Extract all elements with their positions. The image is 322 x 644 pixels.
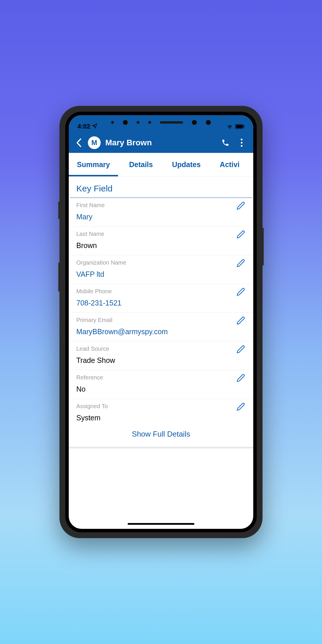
svg-point-3 [241, 139, 243, 140]
back-button[interactable] [75, 137, 83, 149]
field-mobile-phone: Mobile Phone 708-231-1521 [69, 284, 253, 313]
edit-icon[interactable] [236, 374, 246, 383]
field-value[interactable]: MaryBBrown@armyspy.com [76, 328, 246, 336]
tab-details[interactable]: Details [124, 153, 158, 176]
edit-icon[interactable] [236, 402, 246, 412]
tab-bar: Summary Details Updates Activi [69, 153, 253, 177]
phone-notch [65, 120, 257, 125]
edit-icon[interactable] [236, 230, 246, 239]
field-list: First Name Mary Last Name Brown Organiza… [69, 198, 253, 423]
svg-point-4 [241, 142, 243, 144]
field-reference: Reference No [69, 370, 253, 399]
field-last-name: Last Name Brown [69, 227, 253, 255]
field-value: System [76, 414, 246, 422]
edit-icon[interactable] [236, 201, 246, 211]
edit-icon[interactable] [236, 287, 246, 297]
svg-rect-1 [236, 125, 243, 128]
avatar-initial: M [91, 139, 97, 147]
side-button [263, 228, 264, 265]
phone-frame: 4:02 [59, 106, 263, 538]
avatar: M [88, 136, 101, 149]
field-value: Brown [76, 241, 246, 250]
field-value[interactable]: Mary [76, 213, 246, 221]
tab-updates[interactable]: Updates [167, 153, 206, 176]
field-label: Organization Name [76, 259, 246, 266]
call-button[interactable] [220, 137, 231, 149]
svg-point-5 [241, 145, 243, 147]
section-title: Key Field [70, 177, 252, 198]
phone-inner: 4:02 [65, 112, 257, 532]
field-value: Trade Show [76, 356, 246, 365]
tab-activities[interactable]: Activi [215, 153, 245, 176]
field-lead-source: Lead Source Trade Show [69, 341, 253, 370]
screen: 4:02 [69, 115, 253, 529]
field-primary-email: Primary Email MaryBBrown@armyspy.com [69, 313, 253, 341]
field-label: First Name [76, 202, 246, 209]
field-label: Assigned To [76, 403, 246, 410]
more-button[interactable] [236, 137, 247, 149]
show-full-details-button[interactable]: Show Full Details [69, 423, 253, 448]
app-header: M Mary Brown [69, 133, 253, 153]
edit-icon[interactable] [236, 316, 246, 325]
field-value[interactable]: 708-231-1521 [76, 299, 246, 307]
field-label: Mobile Phone [76, 288, 246, 295]
home-indicator[interactable] [128, 523, 194, 525]
field-first-name: First Name Mary [69, 198, 253, 227]
field-label: Last Name [76, 231, 246, 237]
edit-icon[interactable] [236, 345, 246, 354]
svg-rect-2 [243, 126, 244, 127]
field-value: No [76, 385, 246, 393]
field-organization: Organization Name VAFP ltd [69, 255, 253, 284]
battery-icon [235, 124, 245, 130]
edit-icon[interactable] [236, 259, 246, 268]
side-button [58, 202, 59, 219]
field-label: Reference [76, 374, 246, 381]
side-button [58, 263, 59, 292]
tab-summary[interactable]: Summary [72, 153, 115, 176]
field-value[interactable]: VAFP ltd [76, 270, 246, 278]
field-label: Primary Email [76, 317, 246, 323]
field-label: Lead Source [76, 345, 246, 352]
page-title: Mary Brown [105, 138, 215, 147]
field-assigned-to: Assigned To System [69, 399, 253, 423]
